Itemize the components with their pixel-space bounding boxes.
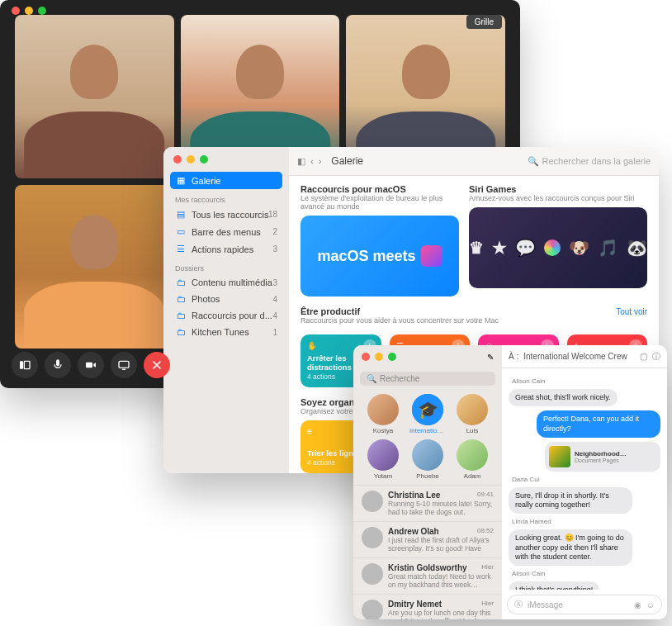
forward-button[interactable]: › xyxy=(319,156,322,166)
sidebar-item-folder[interactable]: 🗀 Raccourcis pour d... 4 xyxy=(170,307,282,324)
minimize-icon[interactable] xyxy=(375,353,383,361)
sidebar-item-label: Actions rapides xyxy=(192,244,253,254)
messages-thread: À : International Welcome Crew ▢ ⓘ Aliso… xyxy=(502,345,667,619)
zoom-icon[interactable] xyxy=(38,7,46,15)
sidebar-item-folder[interactable]: 🗀 Kitchen Tunes 1 xyxy=(170,324,282,340)
sidebar-item-quick-actions[interactable]: ☰ Actions rapides 3 xyxy=(170,240,282,258)
hero-title: Raccourcis pour macOS xyxy=(301,184,459,194)
conversation-row[interactable]: Kristin GoldsworthyHierGreat match today… xyxy=(353,557,502,594)
pin-name: Kostya xyxy=(373,427,393,434)
convo-name: Andrew Olah xyxy=(388,527,439,536)
sidebar-item-count: 18 xyxy=(268,210,277,219)
chat-scroll[interactable]: Alison Cain Great shot, this'll work nic… xyxy=(502,368,667,590)
facetime-icon[interactable]: ▢ xyxy=(640,352,647,361)
messages-titlebar: ✎ xyxy=(353,345,502,368)
pinned-conversation[interactable]: Yotam xyxy=(363,439,403,480)
shortcuts-sidebar: ▦ Galerie Mes raccourcis ▤ Tous les racc… xyxy=(163,147,289,473)
link-preview[interactable]: Neighborhood…Document Pages xyxy=(545,442,660,472)
svg-rect-0 xyxy=(20,361,23,368)
shortcuts-app-icon xyxy=(421,245,442,267)
svg-rect-2 xyxy=(86,363,92,368)
pin-name: Adam xyxy=(464,472,481,480)
end-call-button[interactable] xyxy=(144,352,170,378)
folder-icon: 🗀 xyxy=(175,311,187,320)
sidebar-toggle-icon[interactable]: ◧ xyxy=(297,156,305,167)
breadcrumb: Galerie xyxy=(331,155,363,167)
siri-icon xyxy=(544,239,561,256)
link-thumb xyxy=(549,446,570,467)
conversation-list: Christina Lee09:41Running 5-10 minutes l… xyxy=(353,485,502,619)
search-field[interactable]: 🔍 Rechercher dans la galerie xyxy=(528,156,651,167)
link-title: Neighborhood… xyxy=(575,450,627,458)
avatar xyxy=(362,563,383,585)
layout-grid-button[interactable]: Grille xyxy=(466,15,502,29)
sender-label: Alison Cain xyxy=(509,377,660,385)
search-icon: 🔍 xyxy=(367,374,376,383)
sidebar-item-folder[interactable]: 🗀 Contenu multimédia 3 xyxy=(170,274,282,291)
sidebar-item-menubar[interactable]: ▭ Barre des menus 2 xyxy=(170,223,282,240)
pinned-conversations: Kostya International… Luis Yotam Phoebe … xyxy=(353,389,502,485)
apps-icon[interactable]: Ⓐ xyxy=(514,599,523,610)
panda-icon: 🐼 xyxy=(627,238,647,258)
minimize-icon[interactable] xyxy=(25,7,33,15)
voice-memo-icon[interactable]: ◉ xyxy=(634,600,641,609)
pinned-conversation[interactable]: Kostya xyxy=(363,394,403,434)
conversation-row[interactable]: Andrew Olah08:52I just read the first dr… xyxy=(353,521,502,557)
close-icon[interactable] xyxy=(362,353,370,361)
convo-time: Hier xyxy=(481,600,494,609)
hero-title: Siri Games xyxy=(469,184,647,194)
message-input[interactable]: Ⓐ iMessage ◉ ☺ xyxy=(507,595,662,614)
hero-subtitle: Le système d'exploitation de bureau le p… xyxy=(301,194,459,211)
sidebar-item-count: 4 xyxy=(272,295,277,304)
message-bubble[interactable]: Perfect! Dana, can you add it directly? xyxy=(537,410,660,438)
participant-tile[interactable] xyxy=(15,15,174,178)
sidebar-item-folder[interactable]: 🗀 Photos 4 xyxy=(170,291,282,307)
compose-button[interactable]: ✎ xyxy=(487,353,494,362)
sidebar-item-gallery[interactable]: ▦ Galerie xyxy=(170,172,282,189)
avatar xyxy=(367,439,399,471)
participant-tile[interactable] xyxy=(15,185,174,349)
message-bubble[interactable]: I think that's everything! xyxy=(509,581,599,590)
convo-time: 09:41 xyxy=(477,491,494,500)
dog-icon: 🐶 xyxy=(569,238,589,258)
hero-banner-siri-games[interactable]: ♛ ★ 💬 🐶 🎵 🐼 xyxy=(469,207,647,288)
share-screen-button[interactable] xyxy=(111,352,137,378)
pinned-conversation[interactable]: Phoebe xyxy=(408,439,447,480)
close-icon[interactable] xyxy=(12,7,20,15)
avatar xyxy=(457,394,488,425)
zoom-icon[interactable] xyxy=(200,155,208,164)
conversation-row[interactable]: Dmitry NemetHierAre you up for lunch one… xyxy=(353,594,502,619)
svg-rect-4 xyxy=(122,369,125,370)
camera-button[interactable] xyxy=(78,352,104,378)
conversation-row[interactable]: Christina Lee09:41Running 5-10 minutes l… xyxy=(353,485,502,521)
back-button[interactable]: ‹ xyxy=(310,156,314,166)
mute-button[interactable] xyxy=(45,352,71,378)
convo-preview: Running 5-10 minutes late! Sorry, had to… xyxy=(388,500,494,516)
message-bubble[interactable]: Sure, I'll drop it in shortly. It's real… xyxy=(509,487,632,515)
sidebar-item-count: 3 xyxy=(272,244,277,254)
sender-label: Linda Hamed xyxy=(509,518,660,525)
minimize-icon[interactable] xyxy=(187,155,195,164)
sidebar-item-count: 3 xyxy=(272,278,277,287)
info-icon[interactable]: ⓘ xyxy=(652,351,660,363)
zoom-icon[interactable] xyxy=(388,353,396,361)
sidebar-item-label: Kitchen Tunes xyxy=(192,327,249,337)
sidebar-item-label: Tous les raccourcis xyxy=(192,210,269,220)
search-placeholder: Rechercher dans la galerie xyxy=(542,156,651,166)
emoji-icon[interactable]: ☺ xyxy=(646,600,655,609)
pinned-conversation[interactable]: Adam xyxy=(452,439,492,480)
hero-banner-macos[interactable]: macOS meets xyxy=(301,216,459,296)
shortcuts-toolbar: ◧ ‹ › Galerie 🔍 Rechercher dans la galer… xyxy=(289,147,659,176)
message-bubble[interactable]: Looking great. 😊 I'm going to do another… xyxy=(509,529,632,566)
message-bubble[interactable]: Great shot, this'll work nicely. xyxy=(509,389,618,406)
search-field[interactable]: 🔍 Recherche xyxy=(360,372,495,386)
note-icon: 🎵 xyxy=(598,238,618,258)
see-all-link[interactable]: Tout voir xyxy=(616,307,647,316)
hero-subtitle: Amusez-vous avec les raccourcis conçus p… xyxy=(469,194,647,202)
pinned-conversation[interactable]: International… xyxy=(408,394,447,434)
sidebar-item-all-shortcuts[interactable]: ▤ Tous les raccourcis 18 xyxy=(170,206,282,223)
pinned-conversation[interactable]: Luis xyxy=(452,394,492,434)
close-icon[interactable] xyxy=(173,155,182,164)
sidebar-toggle-button[interactable] xyxy=(12,352,38,378)
avatar xyxy=(367,394,399,425)
